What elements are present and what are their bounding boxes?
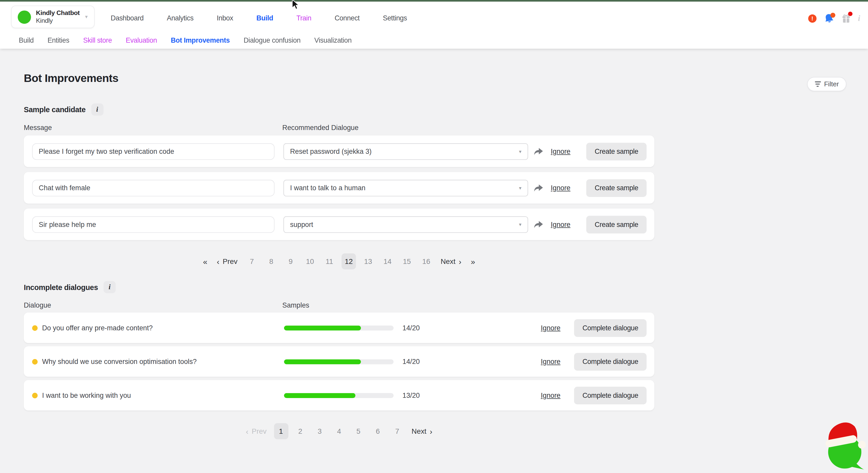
mouse-pointer-icon (292, 0, 299, 12)
tab-bot-improvements[interactable]: Bot Improvements (171, 36, 230, 44)
sample-candidate-row: support ▾ Ignore Create sample (24, 209, 654, 240)
dialogue-select[interactable]: I want to talk to a human ▾ (283, 180, 528, 196)
tab-visualization[interactable]: Visualization (314, 36, 351, 44)
app-window: Kindly Chatbot Kindly ▼ Dashboard Analyt… (0, 0, 868, 473)
top-right-icons: ! i (808, 3, 861, 33)
info-icon[interactable]: i (103, 281, 116, 293)
page-number[interactable]: 5 (351, 423, 366, 439)
samples-progressbar (284, 325, 394, 330)
nav-settings[interactable]: Settings (383, 14, 407, 22)
complete-dialogue-button[interactable]: Complete dialogue (574, 319, 647, 337)
nav-train[interactable]: Train (297, 14, 311, 22)
nav-inbox[interactable]: Inbox (217, 14, 233, 22)
ignore-link[interactable]: Ignore (551, 184, 570, 192)
filter-button-label: Filter (824, 80, 839, 88)
workspace-switcher[interactable]: Kindly Chatbot Kindly ▼ (11, 5, 95, 28)
chat-widget-launcher[interactable] (824, 418, 867, 471)
prev-page-button-disabled[interactable]: ‹ Prev (244, 423, 269, 439)
page-number[interactable]: 8 (264, 253, 279, 269)
notification-dot (848, 11, 852, 16)
page-number-active[interactable]: 1 (274, 423, 288, 439)
tab-dialogue-confusion[interactable]: Dialogue confusion (244, 36, 301, 44)
page-number[interactable]: 7 (390, 423, 404, 439)
ignore-link[interactable]: Ignore (551, 221, 570, 228)
next-page-button[interactable]: Next › (409, 423, 435, 439)
create-sample-button[interactable]: Create sample (586, 142, 647, 160)
page-number[interactable]: 2 (293, 423, 308, 439)
column-samples: Samples (282, 301, 309, 309)
create-sample-button[interactable]: Create sample (586, 215, 647, 233)
dialogue-name: Why should we use conversion optimisatio… (42, 358, 197, 366)
page-number[interactable]: 3 (312, 423, 327, 439)
page-number-active[interactable]: 12 (342, 253, 356, 269)
tab-skill-store[interactable]: Skill store (83, 36, 112, 44)
complete-dialogue-button[interactable]: Complete dialogue (574, 386, 647, 404)
incomplete-dialogue-row: Do you offer any pre-made content? 14/20… (24, 312, 654, 343)
next-label: Next (441, 257, 456, 265)
samples-count: 13/20 (402, 391, 420, 399)
main-nav: Dashboard Analytics Inbox Build Train Co… (111, 3, 407, 33)
alert-exclamation-icon[interactable]: ! (808, 14, 816, 23)
create-sample-button[interactable]: Create sample (586, 179, 647, 196)
page-number[interactable]: 11 (322, 253, 337, 269)
notifications-bell-icon[interactable] (824, 13, 834, 24)
caret-down-icon: ▾ (519, 148, 521, 154)
nav-connect[interactable]: Connect (335, 14, 360, 22)
page-number[interactable]: 10 (303, 253, 317, 269)
incomplete-dialogue-row: Why should we use conversion optimisatio… (24, 346, 654, 377)
message-input[interactable] (32, 216, 274, 233)
ignore-link[interactable]: Ignore (541, 391, 560, 399)
next-page-button[interactable]: Next › (438, 253, 464, 269)
page-number[interactable]: 16 (419, 253, 433, 269)
page-number[interactable]: 6 (371, 423, 385, 439)
message-input[interactable] (32, 143, 274, 160)
page-number[interactable]: 15 (400, 253, 414, 269)
tab-entities[interactable]: Entities (48, 36, 69, 44)
help-info-icon[interactable]: i (858, 13, 861, 23)
sample-candidate-row: I want to talk to a human ▾ Ignore Creat… (24, 172, 654, 204)
last-page-button[interactable]: » (469, 257, 477, 266)
caret-down-icon: ▼ (84, 14, 89, 20)
page-title: Bot Improvements (24, 72, 119, 85)
notification-dot (830, 12, 835, 17)
nav-build[interactable]: Build (256, 14, 273, 22)
dialogue-select[interactable]: Reset password (sjekka 3) ▾ (283, 143, 528, 160)
samples-progressbar (284, 359, 394, 364)
message-input[interactable] (32, 180, 274, 196)
complete-dialogue-button[interactable]: Complete dialogue (574, 352, 647, 370)
tab-evaluation[interactable]: Evaluation (126, 36, 157, 44)
first-page-button[interactable]: « (201, 257, 210, 266)
dialogue-select[interactable]: support ▾ (283, 216, 528, 233)
status-dot-icon (32, 325, 37, 330)
page-number[interactable]: 4 (332, 423, 346, 439)
nav-analytics[interactable]: Analytics (167, 14, 193, 22)
ignore-link[interactable]: Ignore (541, 324, 560, 332)
page-number[interactable]: 7 (245, 253, 259, 269)
forward-arrow-icon[interactable] (533, 182, 544, 193)
page-number[interactable]: 14 (380, 253, 395, 269)
forward-arrow-icon[interactable] (533, 219, 544, 230)
chevron-right-icon: › (459, 258, 461, 265)
prev-label: Prev (252, 427, 267, 435)
section-title: Sample candidate (24, 105, 86, 114)
whats-new-gift-icon[interactable] (841, 13, 851, 23)
tab-build[interactable]: Build (19, 36, 34, 44)
ignore-link[interactable]: Ignore (551, 147, 570, 155)
nav-dashboard[interactable]: Dashboard (111, 14, 144, 22)
samples-count: 14/20 (402, 358, 420, 366)
samples-progressbar (284, 393, 394, 398)
forward-arrow-icon[interactable] (533, 146, 544, 157)
page-number[interactable]: 9 (283, 253, 298, 269)
sample-candidate-columns: Message Recommended Dialogue (24, 124, 654, 132)
dialogue-select-value: Reset password (sjekka 3) (290, 147, 372, 155)
top-bar: Kindly Chatbot Kindly ▼ Dashboard Analyt… (0, 2, 868, 32)
workspace-avatar (18, 10, 31, 24)
incomplete-dialogues-heading: Incomplete dialogues i (24, 281, 116, 293)
filter-button[interactable]: Filter (807, 77, 846, 92)
ignore-link[interactable]: Ignore (541, 358, 560, 366)
prev-page-button[interactable]: ‹ Prev (215, 253, 240, 269)
info-icon[interactable]: i (91, 103, 103, 115)
page-number[interactable]: 13 (361, 253, 375, 269)
chevron-right-icon: › (430, 427, 432, 435)
workspace-name: Kindly Chatbot (36, 9, 80, 17)
